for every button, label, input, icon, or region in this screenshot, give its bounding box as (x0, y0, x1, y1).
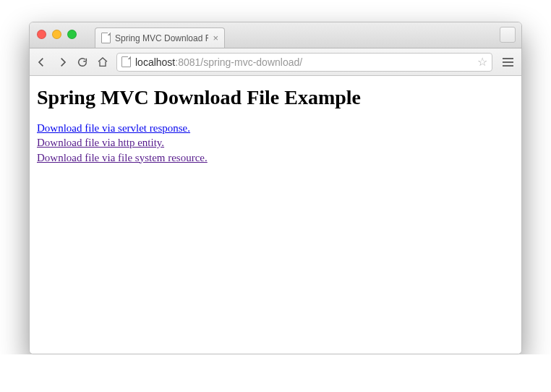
forward-button[interactable] (56, 56, 69, 69)
download-link-servlet[interactable]: Download file via servlet response. (37, 121, 190, 135)
page-heading: Spring MVC Download File Example (37, 86, 514, 109)
browser-window: Spring MVC Download File × localhost:808… (29, 22, 522, 354)
window-toggle-button[interactable] (500, 27, 516, 43)
home-button[interactable] (96, 56, 109, 69)
close-tab-icon[interactable]: × (213, 33, 218, 43)
url-path: /spring-mvc-download/ (200, 56, 302, 68)
browser-tab[interactable]: Spring MVC Download File × (95, 27, 225, 48)
address-bar[interactable]: localhost:8081/spring-mvc-download/ ☆ (116, 53, 492, 72)
back-button[interactable] (35, 56, 48, 69)
page-icon (101, 33, 111, 43)
close-window-button[interactable] (37, 30, 46, 39)
hamburger-menu-button[interactable] (500, 58, 516, 67)
zoom-window-button[interactable] (67, 30, 77, 39)
minimize-window-button[interactable] (52, 30, 61, 39)
reload-button[interactable] (76, 56, 89, 69)
url-port: :8081 (175, 56, 200, 68)
link-list: Download file via servlet response. Down… (37, 121, 514, 165)
page-content: Spring MVC Download File Example Downloa… (30, 76, 521, 354)
bookmark-star-icon[interactable]: ☆ (477, 55, 487, 69)
page-icon (121, 56, 131, 67)
tab-title: Spring MVC Download File (115, 33, 208, 43)
download-link-file-system[interactable]: Download file via file system resource. (37, 150, 208, 165)
url-host: localhost (135, 56, 175, 68)
url-text: localhost:8081/spring-mvc-download/ (135, 56, 477, 68)
traffic-lights (37, 30, 77, 39)
download-link-http-entity[interactable]: Download file via http entity. (37, 135, 164, 150)
browser-toolbar: localhost:8081/spring-mvc-download/ ☆ (30, 48, 521, 76)
window-titlebar: Spring MVC Download File × (30, 22, 521, 48)
